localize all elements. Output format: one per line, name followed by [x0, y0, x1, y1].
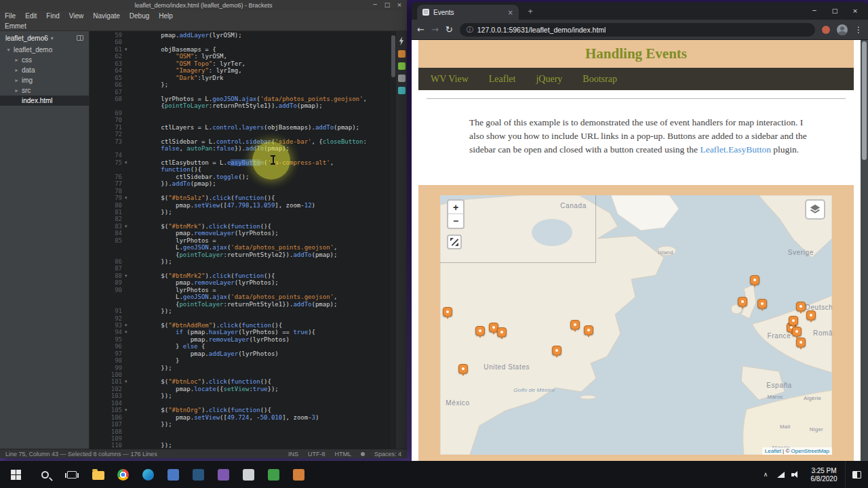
status-ins[interactable]: INS	[288, 451, 298, 458]
photo-marker-10[interactable]	[750, 275, 760, 285]
menu-edit[interactable]: Edit	[20, 11, 41, 21]
code-line[interactable]: 66 };	[90, 81, 391, 88]
code-line[interactable]: 82	[90, 216, 391, 222]
layers-control[interactable]	[805, 199, 825, 220]
code-line[interactable]: 95 pmap.removeLayer(lyrPhotos)	[90, 336, 391, 343]
code-line[interactable]: 72	[90, 131, 391, 138]
extension-icon-3[interactable]	[398, 75, 406, 82]
menu-kebab-icon[interactable]: ⋮	[854, 25, 863, 35]
zoom-out-button[interactable]: −	[448, 214, 463, 228]
code-line[interactable]: false, autoPan:false}).addTo(pmap);	[90, 145, 391, 152]
code-line[interactable]: 94▾ if (pmap.hasLayer(lyrPhotos) == true…	[90, 329, 391, 336]
code-line[interactable]: 78	[90, 188, 391, 195]
project-switcher[interactable]: leaflet_demo6 ▾	[0, 31, 89, 45]
photo-marker-12[interactable]	[796, 302, 806, 311]
photo-marker-7[interactable]	[570, 320, 580, 329]
editor-scrollbar-thumb[interactable]	[391, 35, 395, 77]
photo-marker-6[interactable]	[552, 346, 561, 355]
photo-marker-8[interactable]	[584, 325, 593, 335]
action-center-button[interactable]	[845, 461, 868, 488]
code-line[interactable]: 73 ctlSidebar = L.control.sidebar('side-…	[90, 138, 391, 145]
sidebar-item-src[interactable]: ▸src	[0, 85, 89, 96]
code-line[interactable]: 86 });	[90, 258, 391, 265]
code-line[interactable]: 74	[90, 152, 391, 159]
tab-events[interactable]: Events ×	[417, 5, 519, 20]
photo-marker-17[interactable]	[789, 316, 798, 325]
menu-navigate[interactable]: Navigate	[88, 11, 124, 21]
menu-emmet[interactable]: Emmet	[0, 21, 31, 31]
code-line[interactable]: 97 pmap.addLayer(lyrPhotos)	[90, 350, 391, 357]
split-view-icon[interactable]	[77, 35, 83, 41]
forward-icon[interactable]: →	[431, 24, 439, 35]
code-line[interactable]: L.geoJSON.ajax('data/photos_points.geojs…	[90, 244, 391, 251]
photo-marker-1[interactable]	[443, 307, 452, 317]
site-info-icon[interactable]: ⓘ	[467, 25, 473, 35]
nav-link-leaflet[interactable]: Leaflet	[489, 74, 516, 85]
back-icon[interactable]: ←	[417, 24, 425, 35]
code-line[interactable]: 62 "OSM": lyrOSM,	[90, 53, 391, 60]
code-line[interactable]: 81 });	[90, 209, 391, 216]
extension-icon-4[interactable]	[398, 87, 406, 94]
tab-close-icon[interactable]: ×	[508, 9, 513, 16]
leaflet-link[interactable]: Leaflet	[765, 448, 781, 454]
code-line[interactable]: 68 lyrPhotos = L.geoJSON.ajax('data/phot…	[90, 96, 391, 102]
menu-help[interactable]: Help	[154, 11, 178, 21]
fold-arrow-icon[interactable]: ▾	[125, 159, 132, 166]
taskbar-app-icon-6[interactable]	[211, 461, 236, 488]
extension-icon-2[interactable]	[398, 62, 406, 70]
reload-icon[interactable]: ↻	[446, 24, 453, 35]
status-html[interactable]: HTML	[334, 451, 351, 458]
status-spaces-4[interactable]: Spaces: 4	[374, 451, 401, 458]
sidebar-toggle-button[interactable]	[447, 235, 462, 249]
code-line[interactable]: function(){	[90, 166, 391, 173]
profile-avatar[interactable]	[837, 24, 848, 35]
search-button[interactable]	[31, 461, 58, 488]
photo-marker-13[interactable]	[806, 310, 816, 320]
code-line[interactable]: 103 });	[90, 392, 391, 399]
taskbar-app-icon-9[interactable]	[286, 461, 311, 488]
code-line[interactable]: 80 pmap.setView([47.798,13.059], zoom-12…	[90, 202, 391, 209]
leaflet-map[interactable]: CanadaÍslandSverigeUnited StatesMéxicoGo…	[440, 195, 832, 455]
editor-scrollbar[interactable]	[391, 31, 396, 449]
code-line[interactable]: 98 }	[90, 357, 391, 364]
code-line[interactable]: 107 });	[90, 421, 391, 428]
code-line[interactable]: 101▾ $("#btnLoc").click(function(){	[90, 378, 391, 385]
osm-link[interactable]: OpenStreetMap	[791, 448, 829, 454]
nav-link-jquery[interactable]: jQuery	[536, 74, 562, 85]
taskbar-app-icon-5[interactable]	[186, 461, 211, 488]
code-line[interactable]: 67	[90, 89, 391, 96]
code-line[interactable]: 93▾ $("#btnAddRem").click(function(){	[90, 322, 391, 329]
window-minimize-button[interactable]: ─	[369, 0, 381, 11]
network-button[interactable]	[773, 461, 788, 488]
code-line[interactable]: 83▾ $("#btnMrk").click(function(){	[90, 223, 391, 230]
window-maximize-button[interactable]: □	[381, 0, 393, 11]
sidebar-item-index-html[interactable]: index.html	[0, 96, 89, 106]
tray-expand-button[interactable]: ∧	[758, 461, 773, 488]
code-line[interactable]: 110 });	[90, 442, 391, 449]
code-line[interactable]: L.geoJSON.ajax('data/photos_points.geojs…	[90, 293, 391, 300]
menu-debug[interactable]: Debug	[125, 11, 154, 21]
sidebar-item-leaflet_demo[interactable]: ▾leaflet_demo	[0, 45, 89, 55]
code-line[interactable]: 63 "OSM Topo": lyrTer,	[90, 60, 391, 67]
code-line[interactable]: 59 pmap.addLayer(lyrOSM);	[90, 32, 391, 39]
code-line[interactable]: 76 ctlSidebar.toggle();	[90, 174, 391, 180]
photo-marker-9[interactable]	[738, 297, 747, 306]
code-line[interactable]: {pointToLayer:returnPntStyle1}).addTo(pm…	[90, 301, 391, 308]
code-line[interactable]: {pointToLayer:returnPntStyle2}).addTo(pm…	[90, 251, 391, 258]
volume-button[interactable]	[788, 461, 803, 488]
fold-arrow-icon[interactable]: ▾	[125, 322, 132, 329]
code-line[interactable]: 96 } else {	[90, 343, 391, 350]
code-line[interactable]: 85 lyrPhotos =	[90, 237, 391, 244]
code-line[interactable]: 92	[90, 315, 391, 322]
taskbar-app-file-explorer[interactable]	[85, 461, 111, 488]
taskbar-app-edge[interactable]	[136, 461, 161, 488]
code-line[interactable]: 77 }).addTo(pmap);	[90, 180, 391, 187]
code-line[interactable]: 84 pmap.removeLayer(lyrPhotos);	[90, 230, 391, 237]
window-close-button[interactable]: ×	[393, 0, 406, 11]
menu-file[interactable]: File	[0, 11, 20, 21]
photo-marker-2[interactable]	[458, 364, 468, 373]
fold-arrow-icon[interactable]: ▾	[125, 378, 132, 385]
status-utf-8[interactable]: UTF-8	[308, 451, 326, 458]
code-line[interactable]: 99 });	[90, 365, 391, 371]
photo-marker-15[interactable]	[792, 327, 802, 336]
